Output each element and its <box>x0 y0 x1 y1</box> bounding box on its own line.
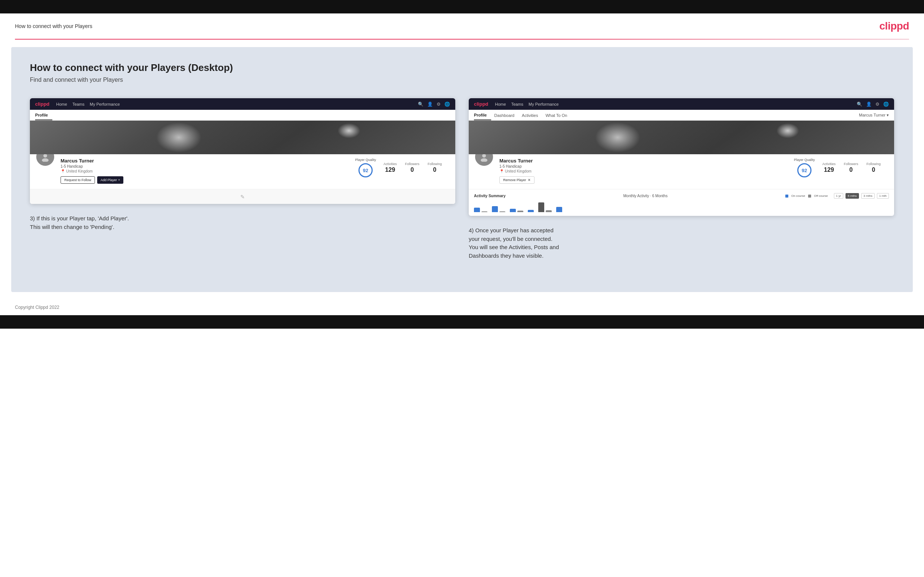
pencil-area-left: ✎ <box>30 189 455 204</box>
stat-activities-label-left: Activities <box>383 162 397 166</box>
activity-period: Monthly Activity · 6 Months <box>624 194 667 198</box>
filter-6mths[interactable]: 6 mths <box>845 193 859 199</box>
app-screenshot-left: clippd Home Teams My Performance 🔍 👤 ⚙ 🌐… <box>30 98 455 204</box>
logo: clippd <box>880 20 909 32</box>
user-icon-right[interactable]: 👤 <box>866 102 872 107</box>
stat-followers-right: Followers 0 <box>844 162 858 173</box>
stat-followers-label-left: Followers <box>405 162 419 166</box>
stat-activities-value-left: 129 <box>385 166 395 173</box>
screenshots-row: clippd Home Teams My Performance 🔍 👤 ⚙ 🌐… <box>30 98 894 260</box>
stat-activities-value-right: 129 <box>824 166 834 173</box>
activity-summary: Activity Summary Monthly Activity · 6 Mo… <box>469 189 894 216</box>
profile-btns-left: Request to Follow Add Player + <box>61 176 350 184</box>
nav-teams-left[interactable]: Teams <box>73 102 84 106</box>
top-bar <box>0 0 924 13</box>
screenshot-col-left: clippd Home Teams My Performance 🔍 👤 ⚙ 🌐… <box>30 98 455 260</box>
bar-2-on <box>492 206 498 212</box>
tab-whattoon-right[interactable]: What To On <box>545 110 572 120</box>
location-pin-icon-right: 📍 <box>499 169 504 173</box>
filter-1yr[interactable]: 1 yr <box>834 193 843 199</box>
profile-location-left: 📍 United Kingdom <box>61 169 350 173</box>
nav-home-left[interactable]: Home <box>56 102 67 106</box>
profile-handicap-left: 1-5 Handicap <box>61 164 350 168</box>
profile-info-left: Marcus Turner 1-5 Handicap 📍 United King… <box>30 154 455 189</box>
header-title: How to connect with your Players <box>15 23 92 29</box>
legend-on-dot <box>785 195 788 198</box>
chart-area <box>474 201 889 213</box>
stat-followers-value-right: 0 <box>849 166 853 173</box>
pq-circle-left: 92 <box>359 163 373 177</box>
nav-icons-right: 🔍 👤 ⚙ 🌐 <box>857 102 889 107</box>
stat-activities-right: Activities 129 <box>822 162 836 173</box>
stat-followers-left: Followers 0 <box>405 162 419 173</box>
tab-player-name-right[interactable]: Marcus Turner ▾ <box>859 113 889 118</box>
profile-btns-right: Remove Player ✕ <box>499 176 789 184</box>
search-icon-left[interactable]: 🔍 <box>418 102 423 107</box>
tab-profile-right[interactable]: Profile <box>474 110 491 120</box>
filter-1mth[interactable]: 1 mth <box>877 193 889 199</box>
footer: Copyright Clippd 2022 <box>0 300 924 315</box>
svg-point-2 <box>482 154 486 158</box>
stat-activities-label-right: Activities <box>822 162 836 166</box>
legend-off-label: Off course <box>814 194 828 198</box>
nav-teams-right[interactable]: Teams <box>511 102 523 106</box>
banner-img-left <box>30 121 455 154</box>
player-quality-right: Player Quality 92 <box>794 158 815 177</box>
nav-myperformance-left[interactable]: My Performance <box>90 102 120 106</box>
stat-activities-left: Activities 129 <box>383 162 397 173</box>
stat-following-value-right: 0 <box>872 166 876 173</box>
bar-6-on <box>556 207 562 212</box>
profile-banner-right <box>469 121 894 154</box>
profile-handicap-right: 1-5 Handicap <box>499 164 789 168</box>
svg-point-0 <box>44 154 47 158</box>
nav-myperformance-right[interactable]: My Performance <box>528 102 559 106</box>
request-follow-btn[interactable]: Request to Follow <box>61 176 95 184</box>
activity-title: Activity Summary <box>474 194 506 198</box>
tab-activities-right[interactable]: Activities <box>522 110 542 120</box>
stat-followers-label-right: Followers <box>844 162 858 166</box>
remove-player-btn[interactable]: Remove Player ✕ <box>499 176 535 184</box>
bar-3-on <box>510 209 516 212</box>
stat-following-left: Following 0 <box>428 162 442 173</box>
pq-label-left: Player Quality <box>355 158 376 162</box>
bar-1-on <box>474 208 480 212</box>
page-heading: How to connect with your Players (Deskto… <box>30 62 894 74</box>
filter-3mths[interactable]: 3 mths <box>861 193 875 199</box>
tab-profile-left[interactable]: Profile <box>35 110 52 120</box>
bar-5-off <box>546 210 552 212</box>
activity-controls: On course Off course 1 yr 6 mths 3 mths … <box>785 193 889 199</box>
stats-row-left: Player Quality 92 Activities 129 Followe… <box>355 158 450 177</box>
app-logo-left: clippd <box>35 101 49 107</box>
legend-on-label: On course <box>791 194 805 198</box>
search-icon-right[interactable]: 🔍 <box>857 102 862 107</box>
stat-following-value-left: 0 <box>433 166 436 173</box>
stat-following-label-right: Following <box>866 162 880 166</box>
app-tabs-left: Profile <box>30 110 455 121</box>
edit-icon-left: ✎ <box>240 194 245 200</box>
pq-circle-right: 92 <box>797 163 811 177</box>
main-content: How to connect with your Players (Deskto… <box>11 47 913 292</box>
page-subheading: Find and connect with your Players <box>30 77 894 83</box>
avatar-icon-right[interactable]: 🌐 <box>883 102 889 107</box>
add-player-btn[interactable]: Add Player + <box>97 176 123 184</box>
settings-icon-right[interactable]: ⚙ <box>876 102 880 107</box>
settings-icon-left[interactable]: ⚙ <box>436 102 441 107</box>
tab-dashboard-right[interactable]: Dashboard <box>494 110 519 120</box>
nav-home-right[interactable]: Home <box>495 102 506 106</box>
avatar-icon-left[interactable]: 🌐 <box>444 102 450 107</box>
app-logo-right: clippd <box>474 101 488 107</box>
profile-name-left: Marcus Turner <box>61 158 350 164</box>
bar-5-on <box>538 202 544 212</box>
header-divider <box>15 39 909 40</box>
location-pin-icon-left: 📍 <box>61 169 65 173</box>
pq-label-right: Player Quality <box>794 158 815 162</box>
app-screenshot-right: clippd Home Teams My Performance 🔍 👤 ⚙ 🌐… <box>469 98 894 216</box>
bar-1-off <box>481 211 488 212</box>
activity-legend: On course Off course <box>785 194 828 198</box>
app-tabs-right: Profile Dashboard Activities What To On … <box>469 110 894 121</box>
legend-off-dot <box>808 195 811 198</box>
header: How to connect with your Players clippd <box>0 13 924 39</box>
screenshot-col-right: clippd Home Teams My Performance 🔍 👤 ⚙ 🌐… <box>469 98 894 260</box>
stat-following-right: Following 0 <box>866 162 880 173</box>
user-icon-left[interactable]: 👤 <box>427 102 433 107</box>
